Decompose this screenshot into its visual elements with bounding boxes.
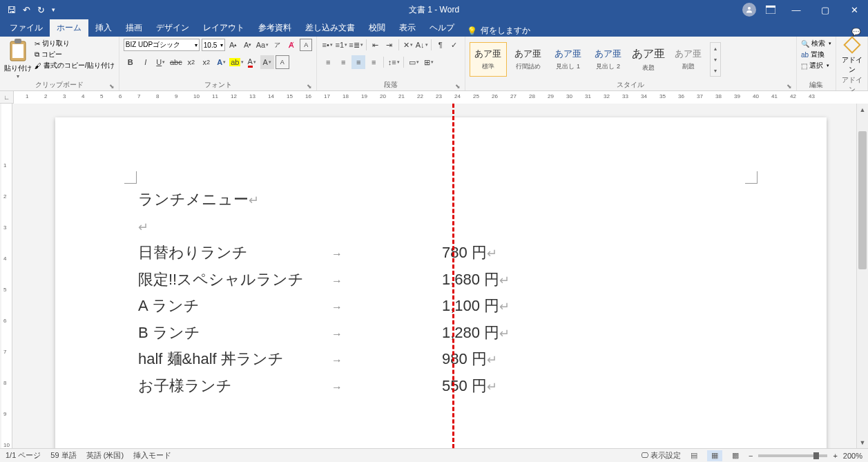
sort-button[interactable]: A↓	[416, 39, 428, 51]
font-size-select[interactable]: 10.5▾	[202, 39, 225, 51]
line-spacing-button[interactable]: ↕≡	[387, 55, 401, 69]
zoom-in-button[interactable]: +	[833, 452, 837, 460]
select-button[interactable]: ⬚選択▾	[801, 61, 829, 70]
style-no-spacing[interactable]: あア亜行間詰め	[510, 42, 547, 77]
document-content[interactable]: ランチメニュー↵ ↵ 日替わりランチ→780 円↵限定!!スペシャルランチ→1,…	[138, 186, 744, 399]
cut-button[interactable]: ✂切り取り	[35, 39, 115, 48]
shrink-font-button[interactable]: A▾	[242, 39, 254, 51]
format-painter-button[interactable]: 🖌書式のコピー/貼り付け	[35, 61, 115, 70]
decrease-indent-button[interactable]: ⇤	[369, 39, 382, 51]
tab-home[interactable]: ホーム	[50, 19, 88, 37]
replace-button[interactable]: ab置換	[801, 50, 824, 59]
close-button[interactable]: ✕	[840, 0, 868, 19]
character-border-button[interactable]: A	[276, 55, 289, 69]
bold-button[interactable]: B	[124, 55, 137, 69]
grow-font-button[interactable]: A▴	[227, 39, 240, 51]
font-name-select[interactable]: BIZ UDPゴシック▾	[124, 39, 200, 51]
copy-button[interactable]: ⧉コピー	[35, 50, 115, 59]
subscript-button[interactable]: x2	[184, 55, 198, 69]
menu-row: half 麺&half 丼ランチ→980 円↵	[138, 346, 744, 373]
status-page[interactable]: 1/1 ページ	[6, 450, 41, 461]
minimize-button[interactable]: —	[782, 0, 810, 19]
tab-review[interactable]: 校閲	[362, 19, 392, 37]
tab-insert[interactable]: 挿入	[88, 19, 119, 37]
show-marks-button2[interactable]: ✓	[448, 39, 461, 51]
tab-draw[interactable]: 描画	[119, 19, 149, 37]
tab-selector[interactable]: ∟	[0, 91, 14, 104]
horizontal-ruler[interactable]: ∟ 12345678910111213141516171819202122232…	[0, 91, 868, 104]
font-color-button[interactable]: A	[245, 55, 259, 69]
page[interactable]: ランチメニュー↵ ↵ 日替わりランチ→780 円↵限定!!スペシャルランチ→1,…	[55, 117, 827, 448]
tab-mailings[interactable]: 差し込み文書	[298, 19, 362, 37]
borders-button[interactable]: ⊞	[422, 55, 436, 69]
superscript-button[interactable]: x2	[200, 55, 213, 69]
tab-help[interactable]: ヘルプ	[423, 19, 461, 37]
align-center-button[interactable]: ≡	[336, 55, 350, 69]
save-icon[interactable]: 🖫	[7, 5, 16, 15]
align-justify-button[interactable]: ≡	[351, 55, 365, 69]
tab-view[interactable]: 表示	[392, 19, 423, 37]
redo-icon[interactable]: ↻	[37, 5, 45, 15]
style-normal[interactable]: あア亜標準	[470, 42, 507, 77]
undo-icon[interactable]: ↶	[23, 5, 30, 15]
style-subtitle[interactable]: あア亜副題	[670, 42, 707, 77]
font-launcher-icon[interactable]: ⬊	[307, 83, 312, 90]
paragraph-launcher-icon[interactable]: ⬊	[455, 83, 461, 90]
align-distribute-button[interactable]: ≡	[367, 55, 380, 69]
scroll-up-icon[interactable]: ▲	[857, 104, 868, 115]
character-shading-button[interactable]: A	[260, 55, 274, 69]
ribbon-display-options-icon[interactable]	[760, 6, 781, 14]
asian-layout-button[interactable]: ✕	[402, 39, 414, 51]
italic-button[interactable]: I	[139, 55, 153, 69]
underline-button[interactable]: U	[154, 55, 168, 69]
comments-icon[interactable]: 💬	[851, 28, 861, 37]
shading-button[interactable]: ▭	[407, 55, 421, 69]
phonetic-guide-button[interactable]: ア	[271, 39, 283, 51]
vertical-ruler[interactable]: 12345678910	[1, 104, 12, 448]
zoom-out-button[interactable]: −	[749, 452, 753, 460]
display-settings-button[interactable]: 🖵 表示設定	[641, 450, 681, 461]
status-language[interactable]: 英語 (米国)	[86, 450, 124, 461]
style-title[interactable]: あア亜表題	[630, 42, 667, 77]
style-heading1[interactable]: あア亜見出し 1	[550, 42, 587, 77]
find-button[interactable]: 🔍検索▾	[801, 39, 831, 48]
addin-icon[interactable]	[843, 36, 860, 53]
multilevel-list-button[interactable]: ≡≣	[349, 39, 363, 51]
view-web-layout[interactable]: ▩	[728, 450, 743, 461]
status-insert-mode[interactable]: 挿入モード	[133, 450, 171, 461]
enclose-characters-button[interactable]: A	[300, 39, 312, 51]
strikethrough-button[interactable]: abc	[169, 55, 183, 69]
styles-gallery-more[interactable]: ▴▾▾	[710, 42, 721, 77]
paste-button[interactable]: 貼り付け ▾	[4, 39, 32, 79]
clipboard-launcher-icon[interactable]: ⬊	[109, 83, 115, 90]
zoom-slider-thumb[interactable]	[813, 452, 819, 459]
scroll-down-icon[interactable]: ▼	[857, 436, 868, 448]
scroll-thumb[interactable]	[858, 131, 867, 269]
change-case-button[interactable]: Aa	[256, 39, 269, 51]
clear-formatting-button[interactable]: A̸	[285, 39, 298, 51]
numbering-button[interactable]: ≡1	[335, 39, 347, 51]
view-read-mode[interactable]: ▤	[686, 450, 702, 461]
vertical-scrollbar[interactable]: ▲ ▼	[856, 104, 868, 448]
tab-references[interactable]: 参考資料	[251, 19, 298, 37]
chevron-down-icon: ▾	[829, 41, 831, 46]
increase-indent-button[interactable]: ⇥	[383, 39, 396, 51]
zoom-slider[interactable]	[758, 454, 827, 457]
status-word-count[interactable]: 59 単語	[50, 450, 76, 461]
align-left-button[interactable]: ≡	[321, 55, 335, 69]
zoom-level[interactable]: 200%	[843, 452, 862, 460]
bullets-button[interactable]: ≡•	[321, 39, 334, 51]
text-effects-button[interactable]: A	[215, 55, 229, 69]
tell-me-search[interactable]: 💡 何をしますか	[467, 25, 530, 37]
maximize-button[interactable]: ▢	[811, 0, 839, 19]
styles-launcher-icon[interactable]: ⬊	[787, 83, 792, 90]
style-heading2[interactable]: あア亜見出し 2	[590, 42, 627, 77]
qat-customize-icon[interactable]: ▾	[52, 6, 55, 13]
tab-layout[interactable]: レイアウト	[196, 19, 251, 37]
user-avatar[interactable]	[742, 3, 756, 17]
tab-design[interactable]: デザイン	[149, 19, 196, 37]
show-marks-button[interactable]: ¶	[434, 39, 447, 51]
highlight-button[interactable]: ab	[230, 55, 244, 69]
tab-file[interactable]: ファイル	[3, 19, 50, 37]
view-print-layout[interactable]: ▦	[707, 450, 722, 461]
